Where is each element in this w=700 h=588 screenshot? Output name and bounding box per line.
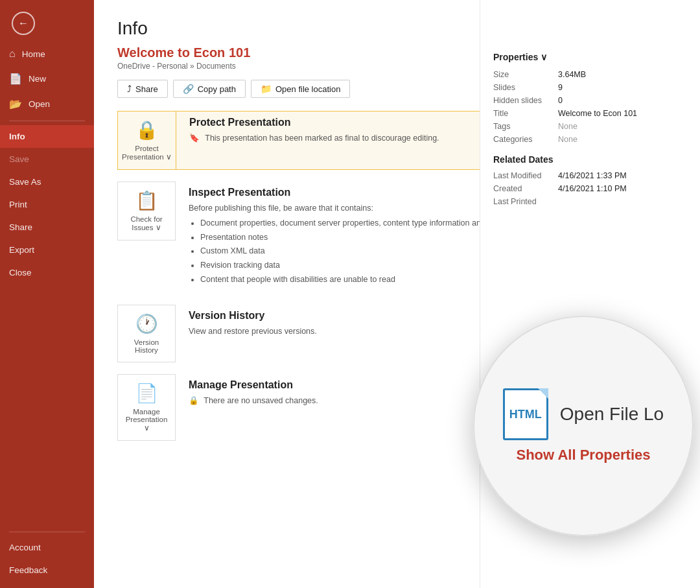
sidebar-item-label: Share <box>9 222 32 232</box>
manage-presentation-icon: 📄 <box>135 382 158 404</box>
sidebar-divider-bottom <box>9 532 85 532</box>
prop-value-title: Welcome to Econ 101 <box>558 109 637 118</box>
home-icon: ⌂ <box>9 48 16 60</box>
sidebar-item-label: Home <box>22 49 45 59</box>
share-label: Share <box>135 84 158 94</box>
check-issues-icon: 📋 <box>135 190 158 211</box>
lock-icon: 🔒 <box>189 396 199 405</box>
copy-path-icon: 🔗 <box>183 84 194 94</box>
share-icon: ⤴ <box>127 84 132 94</box>
html-label: HTML <box>509 408 542 421</box>
open-location-button[interactable]: 📁 Open file location <box>251 80 350 98</box>
sidebar-item-open[interactable]: 📂 Open <box>0 91 94 117</box>
copy-path-button[interactable]: 🔗 Copy path <box>173 80 246 98</box>
sidebar-item-export[interactable]: Export <box>0 239 94 261</box>
check-issues-label: Check for Issues ∨ <box>130 215 162 232</box>
prop-row-categories: Categories None <box>493 135 679 144</box>
sidebar-item-label: Save <box>9 154 29 164</box>
prop-row-title: Title Welcome to Econ 101 <box>493 109 679 118</box>
properties-list: Size 3.64MB Slides 9 Hidden slides 0 Tit… <box>493 70 679 144</box>
prop-value-size: 3.64MB <box>558 70 586 79</box>
sidebar-item-close[interactable]: Close <box>0 261 94 284</box>
overlay-html-area: HTML Open File Lo <box>503 388 664 440</box>
related-dates-header: Related Dates <box>493 154 679 165</box>
protect-icon-label: Protect Presentation ∨ <box>122 145 172 161</box>
protect-icon: 🔒 <box>135 119 158 141</box>
prop-row-created: Created 4/16/2021 1:10 PM <box>493 184 679 193</box>
html-file-icon: HTML <box>503 388 548 440</box>
sidebar-item-print[interactable]: Print <box>0 193 94 216</box>
sidebar: ← ⌂ Home 📄 New 📂 Open Info Save Save As … <box>0 0 94 588</box>
prop-row-size: Size 3.64MB <box>493 70 679 79</box>
protect-mark-icon: 🔖 <box>189 134 200 143</box>
properties-header[interactable]: Properties ∨ <box>493 52 679 62</box>
sidebar-item-new[interactable]: 📄 New <box>0 66 94 91</box>
prop-label-last-printed: Last Printed <box>493 197 558 206</box>
protect-icon-box[interactable]: 🔒 Protect Presentation ∨ <box>118 112 176 169</box>
prop-value-tags: None <box>558 122 578 131</box>
overlay-open-text[interactable]: Open File Lo <box>560 404 664 425</box>
prop-row-last-printed: Last Printed <box>493 197 679 206</box>
prop-value-hidden-slides: 0 <box>558 96 563 105</box>
dates-list: Last Modified 4/16/2021 1:33 PM Created … <box>493 171 679 206</box>
prop-label-size: Size <box>493 70 558 79</box>
manage-presentation-icon-box[interactable]: 📄 Manage Presentation ∨ <box>117 374 176 441</box>
sidebar-item-saveas[interactable]: Save As <box>0 171 94 193</box>
overlay-circle: HTML Open File Lo Show All Properties <box>473 316 694 536</box>
show-all-properties[interactable]: Show All Properties <box>516 447 650 464</box>
prop-value-categories: None <box>558 135 578 144</box>
version-history-label: Version History <box>134 338 159 354</box>
prop-label-last-modified: Last Modified <box>493 171 558 180</box>
sidebar-item-feedback[interactable]: Feedback <box>0 559 94 582</box>
sidebar-item-info[interactable]: Info <box>0 125 94 148</box>
prop-row-last-modified: Last Modified 4/16/2021 1:33 PM <box>493 171 679 180</box>
sidebar-item-label: New <box>29 74 46 84</box>
prop-label-created: Created <box>493 184 558 193</box>
sidebar-item-share[interactable]: Share <box>0 216 94 239</box>
prop-value-last-modified: 4/16/2021 1:33 PM <box>558 171 627 180</box>
prop-label-title: Title <box>493 109 558 118</box>
manage-presentation-label: Manage Presentation ∨ <box>122 408 171 432</box>
new-icon: 📄 <box>9 73 22 85</box>
prop-value-created: 4/16/2021 1:10 PM <box>558 184 627 193</box>
share-button[interactable]: ⤴ Share <box>117 80 168 98</box>
sidebar-item-save: Save <box>0 148 94 171</box>
sidebar-item-label: Save As <box>9 177 41 187</box>
open-location-icon: 📁 <box>261 84 272 94</box>
sidebar-item-account[interactable]: Account <box>0 536 94 559</box>
prop-label-categories: Categories <box>493 135 558 144</box>
prop-value-slides: 9 <box>558 83 563 92</box>
sidebar-item-label: Export <box>9 245 34 255</box>
sidebar-item-label: Open <box>29 99 50 109</box>
sidebar-item-label: Print <box>9 200 27 209</box>
open-icon: 📂 <box>9 98 22 110</box>
sidebar-divider <box>9 121 85 121</box>
prop-label-hidden-slides: Hidden slides <box>493 96 558 105</box>
sidebar-item-label: Account <box>9 543 41 552</box>
sidebar-item-label: Feedback <box>9 565 47 575</box>
back-button[interactable]: ← <box>12 12 35 35</box>
version-history-icon: 🕐 <box>135 313 158 335</box>
open-location-label: Open file location <box>275 84 340 94</box>
prop-row-tags: Tags None <box>493 122 679 131</box>
prop-label-tags: Tags <box>493 122 558 131</box>
version-history-icon-box[interactable]: 🕐 Version History <box>117 305 176 362</box>
sidebar-item-label: Close <box>9 268 32 277</box>
check-issues-icon-box[interactable]: 📋 Check for Issues ∨ <box>117 182 176 241</box>
prop-label-slides: Slides <box>493 83 558 92</box>
sidebar-item-label: Info <box>9 132 25 141</box>
prop-row-slides: Slides 9 <box>493 83 679 92</box>
copy-path-label: Copy path <box>198 84 236 94</box>
prop-row-hidden-slides: Hidden slides 0 <box>493 96 679 105</box>
sidebar-item-home[interactable]: ⌂ Home <box>0 41 94 66</box>
